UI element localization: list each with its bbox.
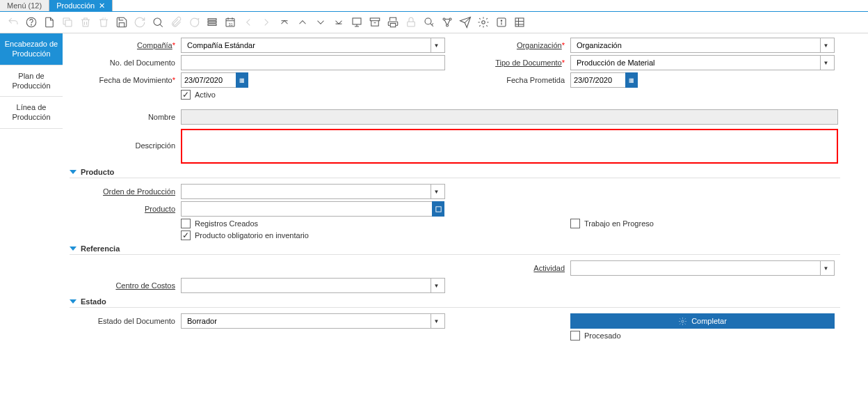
calendar-picker-icon[interactable]: ▦ [236, 72, 248, 88]
svg-rect-21 [435, 206, 440, 211]
help-icon[interactable] [25, 16, 38, 29]
nodoc-input[interactable] [181, 55, 445, 70]
registros-checkbox[interactable] [181, 219, 191, 228]
completar-button[interactable]: Completar [570, 313, 835, 329]
svg-point-3 [154, 18, 161, 26]
label-centrocostos: Centro de Costos [70, 281, 181, 290]
next-icon[interactable] [260, 16, 273, 29]
delete-selection-icon[interactable] [97, 16, 110, 29]
centrocostos-combo[interactable]: ▼ [181, 278, 445, 293]
svg-rect-2 [65, 20, 72, 26]
tipodoc-input[interactable] [574, 57, 820, 68]
section-producto[interactable]: Producto [70, 168, 840, 178]
chat-icon[interactable] [188, 16, 200, 29]
collapse-icon[interactable] [70, 170, 77, 174]
chevron-down-icon[interactable]: ▼ [820, 56, 831, 70]
first-record-icon[interactable] [278, 16, 291, 29]
refresh-icon[interactable] [134, 16, 146, 29]
tipodoc-combo[interactable]: ▼ [570, 55, 835, 70]
lock-icon[interactable] [405, 16, 417, 29]
search-icon[interactable] [152, 16, 164, 29]
producto-input[interactable] [181, 201, 433, 217]
estadodoc-combo[interactable]: ▼ [181, 313, 445, 329]
calendar-picker-icon[interactable]: ▦ [625, 72, 638, 88]
undo-icon[interactable] [7, 16, 19, 29]
calendar-icon[interactable]: 31 [224, 16, 236, 29]
orden-combo[interactable]: ▼ [181, 184, 445, 199]
svg-rect-9 [353, 18, 361, 24]
attachment-icon[interactable] [170, 16, 182, 29]
tab-menu[interactable]: Menú (12) [0, 0, 49, 11]
print-icon[interactable] [387, 16, 399, 29]
chevron-down-icon[interactable]: ▼ [431, 38, 442, 52]
new-icon[interactable] [43, 16, 56, 29]
last-record-icon[interactable] [332, 16, 345, 29]
chevron-down-icon[interactable]: ▼ [820, 38, 831, 52]
prev-icon[interactable] [242, 16, 255, 29]
gear-icon[interactable] [477, 16, 490, 29]
csv-import-icon[interactable] [513, 16, 526, 29]
svg-rect-6 [208, 24, 216, 25]
fechamov-input[interactable] [181, 72, 236, 88]
activo-checkbox[interactable] [181, 90, 191, 100]
label-organizacion: Organización* [459, 41, 570, 49]
organizacion-input[interactable] [574, 40, 820, 51]
svg-rect-12 [408, 22, 415, 26]
zoom-across-icon[interactable] [423, 16, 435, 29]
close-icon[interactable]: ✕ [99, 1, 105, 10]
centrocostos-input[interactable] [184, 280, 431, 291]
trabajo-checkbox[interactable] [570, 219, 580, 228]
compania-input[interactable] [184, 40, 431, 51]
svg-point-14 [443, 18, 445, 20]
obligatorio-checkbox[interactable] [181, 230, 191, 240]
svg-point-16 [447, 24, 449, 26]
chevron-down-icon[interactable]: ▼ [431, 185, 442, 198]
label-registros: Registros Creados [195, 219, 258, 228]
actividad-combo[interactable]: ▼ [570, 260, 835, 276]
grid-toggle-icon[interactable] [206, 16, 218, 29]
fechaprom-input[interactable] [570, 72, 626, 88]
estadodoc-input[interactable] [184, 315, 431, 327]
label-tipodoc: Tipo de Documento* [459, 58, 570, 67]
actividad-input[interactable] [574, 263, 820, 274]
nombre-input [181, 109, 838, 125]
section-referencia[interactable]: Referencia [70, 244, 840, 255]
label-activo: Activo [195, 91, 216, 99]
chevron-down-icon[interactable]: ▼ [820, 261, 831, 275]
sidebar: Encabezado de Producción Plan de Producc… [0, 33, 63, 350]
report-icon[interactable] [351, 16, 363, 29]
product-lookup-icon[interactable] [432, 201, 444, 217]
organizacion-combo[interactable]: ▼ [570, 38, 835, 53]
label-estadodoc: Estado del Documento [70, 317, 181, 325]
chevron-down-icon[interactable]: ▼ [431, 314, 442, 328]
product-info-icon[interactable] [495, 16, 508, 29]
request-icon[interactable] [459, 16, 472, 29]
delete-icon[interactable] [79, 16, 92, 29]
workflow-icon[interactable] [441, 16, 453, 29]
form-main: Compañía* ▼ Organización* ▼ No. del Docu… [63, 33, 868, 350]
label-actividad: Actividad [459, 264, 570, 272]
compania-combo[interactable]: ▼ [181, 38, 445, 53]
parent-icon[interactable] [296, 16, 309, 29]
section-estado[interactable]: Estado [70, 297, 840, 308]
save-icon[interactable] [115, 16, 128, 29]
chevron-down-icon[interactable]: ▼ [431, 279, 442, 292]
tab-produccion[interactable]: Producción ✕ [49, 0, 113, 11]
child-icon[interactable] [314, 16, 327, 29]
label-orden: Orden de Producción [70, 187, 181, 196]
collapse-icon[interactable] [70, 299, 77, 304]
collapse-icon[interactable] [70, 247, 77, 251]
svg-rect-20 [515, 18, 524, 26]
orden-input[interactable] [184, 186, 431, 197]
svg-rect-5 [208, 22, 216, 23]
sidebar-item-linea[interactable]: Línea de Producción [0, 97, 63, 129]
label-procesado: Procesado [584, 331, 621, 340]
copy-icon[interactable] [61, 16, 74, 29]
label-nombre: Nombre [70, 113, 181, 121]
descripcion-textarea[interactable] [181, 129, 838, 164]
svg-point-15 [449, 18, 451, 20]
procesado-checkbox[interactable] [570, 331, 580, 341]
sidebar-item-plan[interactable]: Plan de Producción [0, 65, 63, 97]
sidebar-item-encabezado[interactable]: Encabezado de Producción [0, 33, 63, 65]
archive-icon[interactable] [369, 16, 381, 29]
